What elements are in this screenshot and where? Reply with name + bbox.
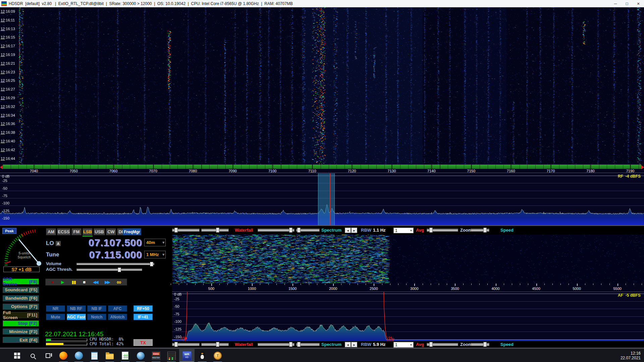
tune-frequency[interactable]: 07.115.000 bbox=[80, 249, 143, 261]
af-spectrum-canvas[interactable] bbox=[172, 292, 644, 341]
tray-clock[interactable]: 12:1622.07.2021 bbox=[621, 351, 641, 360]
mode-button-lsb[interactable]: LSB bbox=[83, 228, 93, 235]
dsp-button-nb-rf[interactable]: NB RF bbox=[67, 305, 86, 312]
spectrum-amplitude-slider[interactable] bbox=[258, 229, 294, 232]
stop-icon[interactable]: ■ bbox=[83, 280, 86, 284]
spectrum-range-slider-thumb[interactable] bbox=[297, 342, 301, 347]
taskbar-icon-start[interactable] bbox=[9, 349, 25, 362]
mode-button-am[interactable]: AM bbox=[46, 228, 56, 235]
rbw-increase-button[interactable]: ▸ bbox=[351, 228, 357, 233]
close-icon[interactable]: × bbox=[633, 0, 644, 7]
rf-gain-button[interactable]: RF+50 bbox=[133, 305, 153, 312]
waterfall-contrast-slider[interactable] bbox=[201, 343, 229, 346]
dsp-button-notch[interactable]: Notch bbox=[87, 314, 106, 320]
loop-icon[interactable]: ∞ bbox=[117, 279, 121, 285]
af-waterfall-canvas[interactable] bbox=[172, 235, 644, 283]
band-indicator-bar[interactable] bbox=[3, 165, 641, 169]
speed-slider[interactable] bbox=[471, 229, 489, 232]
rf-spectrum[interactable]: 0 dB-25-50-75-100-125-150 RF -4 dBFS bbox=[0, 173, 644, 225]
minimize-icon[interactable]: ─ bbox=[610, 0, 621, 7]
waterfall-brightness-slider[interactable] bbox=[172, 229, 200, 232]
mode-button-fm[interactable]: FM bbox=[71, 228, 82, 235]
pause-icon[interactable]: ▮▮ bbox=[72, 280, 76, 284]
volume-slider-thumb[interactable] bbox=[150, 262, 153, 266]
system-button-exit[interactable]: Exit[F4] bbox=[3, 337, 39, 343]
play-icon[interactable]: ▶ bbox=[61, 280, 64, 284]
volume-slider[interactable] bbox=[76, 263, 154, 265]
taskbar-icon-calc[interactable] bbox=[117, 349, 133, 362]
af-waterfall[interactable] bbox=[172, 235, 644, 283]
dsp-button-agc-fast[interactable]: AGC Fast bbox=[67, 314, 86, 320]
system-button-stop[interactable]: Stop[F2] bbox=[3, 320, 39, 326]
lo-frequency[interactable]: 07.107.500 bbox=[80, 237, 143, 249]
dsp-button-nb-if[interactable]: NB IF bbox=[87, 305, 106, 312]
mode-button-usb[interactable]: USB bbox=[94, 228, 105, 235]
speed-slider[interactable] bbox=[471, 343, 489, 346]
system-button-options[interactable]: Options[F7] bbox=[3, 304, 39, 310]
spectrum-range-slider[interactable] bbox=[296, 229, 320, 232]
dsp-button-anotch[interactable]: ANotch bbox=[108, 314, 127, 320]
record-icon[interactable]: ● bbox=[51, 280, 54, 284]
zoom-slider[interactable] bbox=[427, 343, 458, 346]
waterfall-brightness-slider[interactable] bbox=[172, 343, 200, 346]
spectrum-amplitude-slider[interactable] bbox=[258, 343, 294, 346]
spectrum-amplitude-slider-thumb[interactable] bbox=[289, 228, 292, 233]
agc-threshold-slider-thumb[interactable] bbox=[118, 267, 121, 272]
taskbar-icon-linux-app[interactable] bbox=[195, 349, 210, 362]
system-button-minimize[interactable]: Minimize[F3] bbox=[3, 328, 39, 335]
mode-button-ecss[interactable]: ECSS bbox=[57, 228, 70, 235]
dsp-button-nr[interactable]: NR bbox=[46, 305, 65, 312]
avg-count-select[interactable]: 1▾ bbox=[393, 342, 414, 348]
af-frequency-scale[interactable]: 5001000150020002500300035004000450050005… bbox=[172, 283, 644, 292]
rbw-decrease-button[interactable]: ◂ bbox=[345, 228, 351, 233]
scale-left-arrow-icon[interactable] bbox=[0, 165, 3, 169]
freqmgr-button[interactable]: FreqMgr bbox=[123, 228, 141, 235]
rewind-icon[interactable]: ◀◀ bbox=[93, 280, 98, 284]
zoom-slider-thumb[interactable] bbox=[429, 228, 433, 233]
taskbar-icon-voicemeeter[interactable]: VOICEMEETER bbox=[148, 349, 164, 362]
passband-overlay[interactable] bbox=[318, 173, 335, 225]
tx-button[interactable]: TX bbox=[133, 339, 153, 346]
spectrum-amplitude-slider-thumb[interactable] bbox=[289, 342, 292, 347]
band-select[interactable]: 40m▾ bbox=[144, 239, 166, 246]
waterfall-brightness-slider-thumb[interactable] bbox=[174, 228, 178, 233]
taskbar-icon-file-explorer[interactable] bbox=[102, 349, 117, 362]
if-gain-button[interactable]: IF+41 bbox=[133, 314, 153, 320]
rbw-increase-button[interactable]: ▸ bbox=[351, 342, 357, 347]
lo-channel-tag[interactable]: A bbox=[56, 241, 61, 246]
rf-frequency-scale[interactable]: 7040705070607070708070907100711071207130… bbox=[0, 164, 644, 173]
waterfall-brightness-slider-thumb[interactable] bbox=[174, 342, 178, 347]
dsp-button-afc[interactable]: AFC bbox=[108, 305, 127, 312]
spectrum-range-slider[interactable] bbox=[296, 343, 320, 346]
taskbar-icon-jtdx[interactable]: T bbox=[210, 349, 225, 362]
rbw-decrease-button[interactable]: ◂ bbox=[345, 342, 351, 347]
step-select[interactable]: 1 MHz▾ bbox=[144, 251, 166, 258]
zoom-slider[interactable] bbox=[427, 229, 458, 232]
taskbar-icon-search[interactable] bbox=[25, 349, 40, 362]
maximize-icon[interactable]: □ bbox=[621, 0, 633, 7]
af-spectrum[interactable]: 0 dB-25-50-75-100-125-150 AF -5 dBFS bbox=[172, 292, 644, 341]
taskbar-icon-task-view[interactable] bbox=[40, 349, 56, 362]
rf-waterfall[interactable]: 12:16:0912:16:1112:16:1312:16:1512:16:17… bbox=[0, 7, 644, 164]
speed-slider-thumb[interactable] bbox=[483, 342, 487, 347]
taskbar-icon-thunderbird[interactable] bbox=[71, 349, 87, 362]
spectrum-range-slider-thumb[interactable] bbox=[297, 228, 301, 233]
taskbar-icon-sdr-console[interactable] bbox=[164, 349, 179, 362]
speed-slider-thumb[interactable] bbox=[483, 228, 487, 233]
fast-forward-icon[interactable]: ▶▶ bbox=[105, 280, 109, 284]
waterfall-contrast-slider[interactable] bbox=[201, 229, 229, 232]
taskbar-icon-notepad[interactable] bbox=[87, 349, 102, 362]
system-button-sdr-device[interactable]: SDR-Device[F8] bbox=[3, 279, 39, 285]
scale-right-arrow-icon[interactable] bbox=[641, 165, 644, 169]
taskbar-icon-hdsdr[interactable]: WRHD bbox=[179, 349, 195, 362]
rf-waterfall-canvas[interactable] bbox=[0, 7, 644, 164]
taskbar-icon-orb-app[interactable] bbox=[133, 349, 148, 362]
mode-button-cw[interactable]: CW bbox=[106, 228, 116, 235]
system-button-bandwidth[interactable]: Bandwidth[F6] bbox=[3, 295, 39, 301]
zoom-slider-thumb[interactable] bbox=[429, 342, 433, 347]
avg-count-select[interactable]: 1▾ bbox=[393, 228, 414, 233]
waterfall-contrast-slider-thumb[interactable] bbox=[216, 342, 219, 347]
waterfall-contrast-slider-thumb[interactable] bbox=[216, 228, 219, 233]
system-button-full-screen[interactable]: Full Screen[F11] bbox=[3, 312, 39, 318]
dsp-button-mute[interactable]: Mute bbox=[46, 314, 65, 320]
